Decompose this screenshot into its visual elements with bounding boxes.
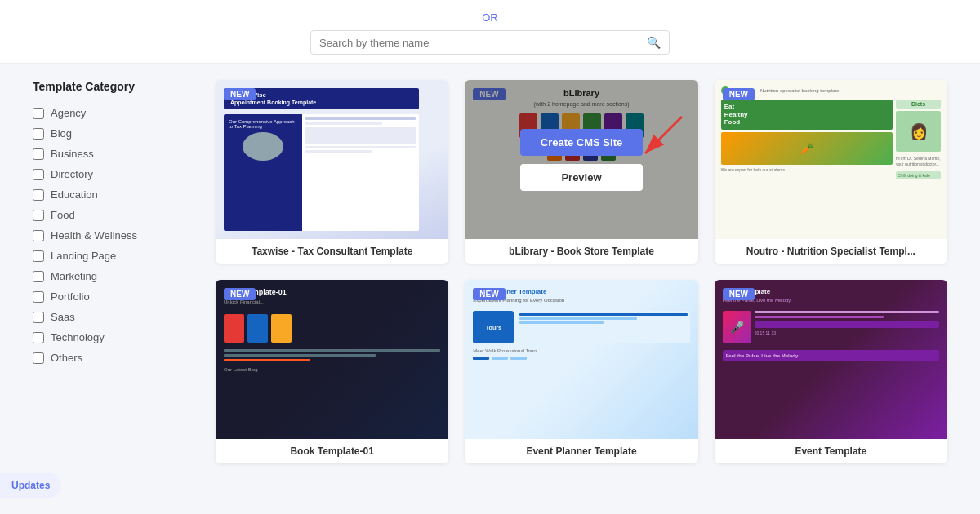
search-input[interactable] [319, 37, 647, 49]
technology-checkbox[interactable] [33, 332, 44, 343]
business-checkbox[interactable] [33, 148, 44, 160]
sidebar-item-others[interactable]: Others [33, 348, 196, 368]
others-label[interactable]: Others [51, 352, 82, 364]
sidebar-title: Template Category [33, 80, 196, 93]
template-card-eventplanner[interactable]: NEW Event Planner Template Expert Event … [465, 280, 697, 463]
noutro-label: Noutro - Nutrition Specialist Templ... [715, 239, 947, 264]
taxwise-body: Our Comprehensive Approach to Tax Planni… [224, 114, 419, 231]
others-checkbox[interactable] [33, 352, 44, 364]
new-badge-book01: NEW [224, 288, 256, 300]
template-grid: NEW 🏛️ TaxWise Appointment Booking Templ… [216, 80, 947, 463]
food-checkbox[interactable] [33, 210, 44, 221]
business-label[interactable]: Business [51, 148, 94, 160]
book01-subtitle: Unlock Financial... [224, 299, 440, 304]
new-badge-noutro: NEW [723, 88, 755, 100]
sidebar-item-agency[interactable]: Agency [33, 103, 196, 123]
music-template-title: Event Template [723, 288, 939, 295]
sidebar-item-education[interactable]: Education [33, 184, 196, 205]
updates-button[interactable]: Updates [0, 473, 61, 480]
sidebar: Template Category Agency Blog Business D… [33, 80, 196, 463]
landing-label[interactable]: Landing Page [51, 250, 116, 262]
template-card-eventtemplate[interactable]: NEW Event Template Feel the Pulse, Live … [715, 280, 947, 463]
sidebar-item-saas[interactable]: Saas [33, 307, 196, 327]
food-label[interactable]: Food [51, 209, 75, 221]
sidebar-item-blog[interactable]: Blog [33, 123, 196, 144]
health-checkbox[interactable] [33, 230, 44, 241]
saas-checkbox[interactable] [33, 312, 44, 323]
directory-checkbox[interactable] [33, 169, 44, 180]
red-arrow-icon [629, 113, 686, 162]
top-bar: OR 🔍 [0, 0, 980, 64]
health-label[interactable]: Health & Wellness [51, 229, 137, 241]
saas-label[interactable]: Saas [51, 311, 75, 323]
sidebar-item-technology[interactable]: Technology [33, 327, 196, 348]
book01-preview-image: NEW Book Template-01 Unlock Financial... [216, 280, 448, 439]
new-badge-taxwise: NEW [224, 88, 256, 100]
noutro-preview-image: NEW Noutro Nutrition-specialist booking … [715, 80, 947, 239]
sidebar-item-directory[interactable]: Directory [33, 164, 196, 184]
blibrary-label: bLibrary - Book Store Template [465, 239, 697, 264]
portfolio-checkbox[interactable] [33, 291, 44, 303]
eventtemplate-preview-image: NEW Event Template Feel the Pulse, Live … [715, 280, 947, 439]
svg-line-1 [645, 117, 682, 153]
sidebar-item-marketing[interactable]: Marketing [33, 266, 196, 286]
create-cms-button-blibrary[interactable]: Create CMS Site [520, 129, 643, 156]
sidebar-item-business[interactable]: Business [33, 144, 196, 164]
blog-label[interactable]: Blog [51, 127, 72, 140]
search-icon[interactable]: 🔍 [647, 36, 661, 49]
agency-checkbox[interactable] [33, 108, 44, 119]
blibrary-preview-image: NEW bLibrary (with 2 homepage and more s… [465, 80, 697, 239]
sidebar-item-portfolio[interactable]: Portfolio [33, 286, 196, 307]
taxwise-label: Taxwise - Tax Consultant Template [216, 239, 448, 264]
marketing-checkbox[interactable] [33, 271, 44, 282]
search-bar[interactable]: 🔍 [310, 30, 670, 55]
new-badge-eventplanner: NEW [473, 288, 505, 300]
agency-label[interactable]: Agency [51, 107, 86, 119]
eventtemplate-label: Event Template [715, 439, 947, 463]
sidebar-item-food[interactable]: Food [33, 205, 196, 225]
book01-label: Book Template-01 [216, 439, 448, 463]
portfolio-label[interactable]: Portfolio [51, 290, 90, 303]
marketing-label[interactable]: Marketing [51, 270, 97, 282]
blog-checkbox[interactable] [33, 128, 44, 140]
preview-button-blibrary[interactable]: Preview [520, 164, 643, 191]
eventplanner-label: Event Planner Template [465, 439, 697, 463]
template-card-noutro[interactable]: NEW Noutro Nutrition-specialist booking … [715, 80, 947, 264]
eventplanner-preview-image: NEW Event Planner Template Expert Event … [465, 280, 697, 439]
directory-label[interactable]: Directory [51, 168, 93, 180]
sidebar-item-health[interactable]: Health & Wellness [33, 225, 196, 246]
education-checkbox[interactable] [33, 189, 44, 201]
template-card-taxwise[interactable]: NEW 🏛️ TaxWise Appointment Booking Templ… [216, 80, 448, 264]
book01-title: Book Template-01 [224, 288, 440, 296]
new-badge-eventtemplate: NEW [723, 288, 755, 300]
template-card-book01[interactable]: NEW Book Template-01 Unlock Financial... [216, 280, 448, 463]
noutro-body: EatHealthyFood 🥕 We are expert for help … [721, 100, 941, 233]
template-card-blibrary[interactable]: NEW bLibrary (with 2 homepage and more s… [465, 80, 697, 264]
event-planner-sub: Expert Event Planning for Every Occasion [473, 298, 689, 303]
education-label[interactable]: Education [51, 188, 98, 201]
technology-label[interactable]: Technology [51, 331, 105, 343]
taxwise-preview-image: NEW 🏛️ TaxWise Appointment Booking Templ… [216, 80, 448, 239]
or-text: OR [0, 11, 980, 24]
music-template-sub: Feel the Pulse, Live the Melody [723, 298, 939, 303]
landing-checkbox[interactable] [33, 250, 44, 262]
event-planner-title: Event Planner Template [473, 288, 689, 295]
sidebar-item-landing[interactable]: Landing Page [33, 246, 196, 266]
